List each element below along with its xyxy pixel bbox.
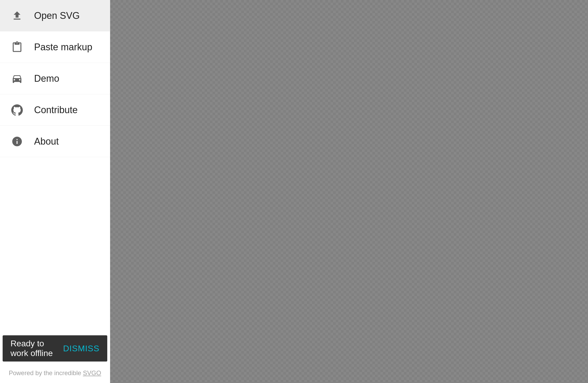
sidebar-item-about[interactable]: About [0, 126, 110, 157]
sidebar-item-paste-markup[interactable]: Paste markup [0, 31, 110, 63]
sidebar-item-contribute[interactable]: Contribute [0, 94, 110, 126]
svgo-link[interactable]: SVGO [83, 369, 101, 376]
snackbar-message: Ready to work offline [10, 339, 63, 358]
sidebar-label-about: About [34, 136, 59, 147]
sidebar-item-demo[interactable]: Demo [0, 63, 110, 94]
snackbar-dismiss-button[interactable]: DISMISS [63, 344, 99, 353]
main-canvas [110, 0, 588, 383]
demo-icon [10, 72, 24, 85]
sidebar-label-demo: Demo [34, 73, 59, 84]
sidebar-label-contribute: Contribute [34, 105, 78, 116]
upload-icon [10, 9, 24, 22]
github-icon [10, 103, 24, 117]
sidebar-footer: Ready to work offline DISMISS Powered by… [0, 335, 110, 383]
powered-by-text: Powered by the incredible [9, 369, 81, 376]
sidebar-label-open-svg: Open SVG [34, 10, 80, 21]
sidebar-item-open-svg[interactable]: Open SVG [0, 0, 110, 31]
sidebar-label-paste-markup: Paste markup [34, 42, 92, 53]
powered-by: Powered by the incredible SVGO [0, 364, 110, 383]
info-icon [10, 135, 24, 148]
sidebar: Open SVG Paste markup Demo Contribute [0, 0, 110, 383]
snackbar: Ready to work offline DISMISS [3, 335, 107, 362]
clipboard-icon [10, 41, 24, 54]
